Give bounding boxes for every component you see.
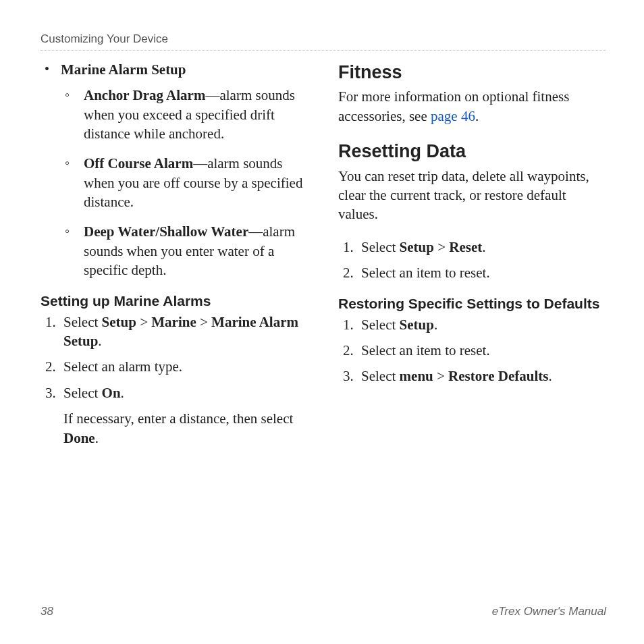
restore-steps: Select Setup. Select an item to reset. S… — [338, 315, 606, 386]
list-item: Select Setup. — [357, 315, 606, 334]
list-item: Marine Alarm Setup Anchor Drag Alarm—ala… — [41, 60, 308, 279]
right-column: Fitness For more information on optional… — [338, 60, 606, 454]
list-item: Select On. If necessary, enter a distanc… — [59, 383, 308, 448]
step-text: Select — [361, 239, 400, 255]
reset-label: Reset — [449, 239, 482, 255]
anchor-drag-term: Anchor Drag Alarm — [84, 87, 205, 103]
list-item: Select menu > Restore Defaults. — [357, 367, 606, 385]
setting-marine-alarms-heading: Setting up Marine Alarms — [41, 292, 308, 311]
dash: — — [248, 223, 263, 240]
step-text: If necessary, enter a distance, then sel… — [63, 410, 293, 427]
step-text: > — [196, 314, 211, 330]
step-text: Select — [361, 317, 400, 333]
restore-defaults-label: Restore Defaults — [448, 368, 548, 384]
on-label: On — [102, 385, 121, 401]
step-text: Select — [63, 314, 102, 330]
step-text: . — [482, 239, 485, 255]
step-text: . — [121, 385, 124, 401]
step-text: . — [98, 333, 101, 349]
step-text: . — [434, 317, 437, 333]
deep-water-term: Deep Water/Shallow Water — [84, 223, 248, 240]
dash: — — [205, 87, 219, 103]
sub-list: Anchor Drag Alarm—alarm sounds when you … — [61, 86, 308, 279]
done-label: Done — [63, 430, 95, 446]
fitness-text: . — [475, 108, 479, 124]
dash: — — [193, 155, 207, 171]
resetting-data-heading: Resetting Data — [338, 139, 606, 163]
marine-alarm-setup-label: Marine Alarm Setup — [61, 61, 186, 78]
columns: Marine Alarm Setup Anchor Drag Alarm—ala… — [41, 60, 606, 454]
manual-page: Customizing Your Device Marine Alarm Set… — [0, 0, 644, 644]
list-item: Select an item to reset. — [357, 341, 606, 360]
setup-label: Setup — [400, 317, 434, 333]
restoring-heading: Restoring Specific Settings to Defaults — [338, 294, 606, 313]
fitness-heading: Fitness — [338, 60, 606, 84]
list-item: Select Setup > Marine > Marine Alarm Set… — [59, 313, 308, 351]
step-text: Select — [63, 385, 102, 401]
step-text: > — [136, 314, 151, 330]
list-item: Select an alarm type. — [59, 357, 308, 376]
reset-steps: Select Setup > Reset. Select an item to … — [338, 238, 606, 283]
list-item: Anchor Drag Alarm—alarm sounds when you … — [61, 86, 308, 143]
list-item: Select an item to reset. — [357, 263, 606, 282]
step-text: > — [434, 239, 449, 255]
off-course-term: Off Course Alarm — [84, 155, 193, 171]
setup-label: Setup — [400, 239, 434, 255]
marine-alarm-list: Marine Alarm Setup Anchor Drag Alarm—ala… — [41, 60, 308, 279]
list-item: Off Course Alarm—alarm sounds when you a… — [61, 154, 308, 211]
setup-label: Setup — [102, 314, 136, 330]
fitness-body: For more information on optional fitness… — [338, 87, 606, 126]
step-text: . — [548, 368, 552, 384]
resetting-data-body: You can reset trip data, delete all wayp… — [338, 167, 606, 224]
page-46-link[interactable]: page 46 — [431, 108, 475, 124]
manual-title: eTrex Owner's Manual — [492, 605, 606, 618]
marine-label: Marine — [151, 314, 196, 330]
step-extra: If necessary, enter a distance, then sel… — [63, 409, 308, 448]
step-text: Select — [361, 368, 400, 384]
left-column: Marine Alarm Setup Anchor Drag Alarm—ala… — [41, 60, 308, 454]
step-text: > — [433, 368, 448, 384]
page-number: 38 — [41, 605, 53, 618]
page-header: Customizing Your Device — [41, 32, 606, 51]
setting-marine-alarms-steps: Select Setup > Marine > Marine Alarm Set… — [41, 313, 308, 448]
list-item: Select Setup > Reset. — [357, 238, 606, 257]
list-item: Deep Water/Shallow Water—alarm sounds wh… — [61, 222, 308, 279]
step-text: . — [95, 430, 99, 446]
menu-label: menu — [400, 368, 433, 384]
page-footer: 38 eTrex Owner's Manual — [41, 605, 606, 618]
